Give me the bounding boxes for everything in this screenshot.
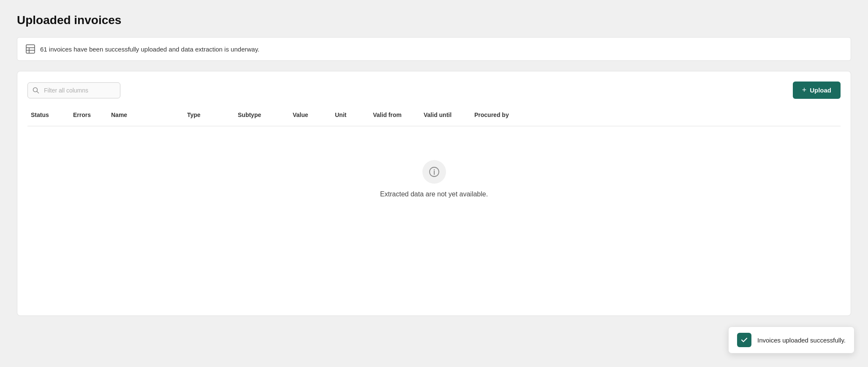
col-subtype: Subtype (234, 107, 289, 122)
col-name: Name (108, 107, 184, 122)
col-procured-by: Procured by (471, 107, 534, 122)
info-banner-text: 61 invoices have been successfully uploa… (40, 46, 259, 53)
empty-state-text: Extracted data are not yet available. (380, 190, 488, 198)
col-status: Status (27, 107, 70, 122)
page-title: Uploaded invoices (17, 14, 851, 27)
search-wrapper (27, 82, 120, 98)
info-banner: 61 invoices have been successfully uploa… (17, 37, 851, 61)
col-value: Value (289, 107, 332, 122)
svg-rect-0 (26, 45, 35, 53)
toast-check-icon (737, 333, 751, 347)
search-icon (33, 87, 39, 94)
upload-plus-icon: + (802, 86, 807, 95)
svg-line-5 (37, 91, 39, 93)
info-circle-icon (422, 160, 446, 184)
col-type: Type (184, 107, 234, 122)
empty-state: Extracted data are not yet available. (27, 126, 841, 232)
toast-notification: Invoices uploaded successfully. (728, 326, 854, 353)
col-valid-until: Valid until (420, 107, 471, 122)
upload-button[interactable]: + Upload (793, 82, 841, 99)
col-errors: Errors (70, 107, 108, 122)
upload-button-label: Upload (810, 87, 831, 94)
svg-point-8 (433, 169, 434, 170)
search-input[interactable] (27, 82, 120, 98)
table-icon (26, 44, 35, 54)
main-card: + Upload Status Errors Name Type Subtype… (17, 71, 851, 316)
toast-message: Invoices uploaded successfully. (757, 337, 846, 344)
toolbar: + Upload (27, 82, 841, 99)
col-unit: Unit (332, 107, 370, 122)
table-header-row: Status Errors Name Type Subtype Value Un… (27, 107, 841, 126)
col-valid-from: Valid from (370, 107, 420, 122)
